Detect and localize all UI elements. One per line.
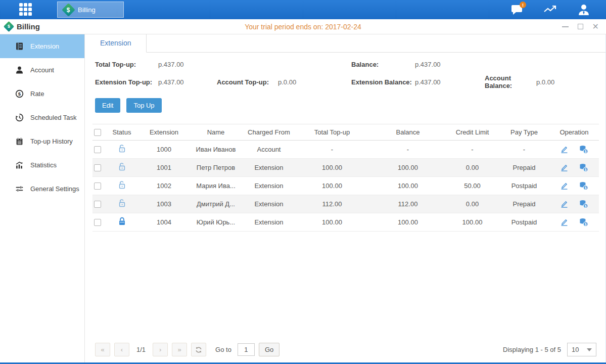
messages-icon[interactable]: ! (510, 3, 524, 17)
billing-app-icon: $ (4, 21, 14, 32)
edit-button[interactable]: Edit (95, 98, 120, 113)
pay-type-cell: - (499, 141, 549, 159)
top-up-row-button[interactable]: $ (579, 163, 588, 172)
taskbar-item-billing[interactable]: $ Billing (57, 2, 124, 18)
row-checkbox[interactable] (94, 201, 101, 208)
row-checkbox[interactable] (94, 164, 101, 171)
desktop-topbar: $ Billing ! (0, 0, 606, 19)
table-row[interactable]: 1004Юрий Юрь...Extension100.00100.00100.… (92, 213, 599, 232)
refresh-button[interactable] (191, 343, 206, 356)
extension-cell: 1000 (140, 141, 188, 159)
pay-type-cell: Postpaid (499, 177, 549, 195)
user-account-icon[interactable] (577, 3, 591, 17)
top-up-row-button[interactable]: $ (579, 218, 588, 226)
tab-extension[interactable]: Extension (85, 34, 147, 53)
notification-badge: ! (520, 2, 526, 8)
svg-text:$: $ (585, 168, 587, 172)
balance-label: Balance: (351, 61, 415, 68)
name-cell: Мария Ива... (188, 177, 244, 195)
lock-open-icon (118, 199, 126, 208)
sidebar-item-label: Scheduled Task (30, 114, 77, 121)
operation-cell: $ (549, 141, 599, 158)
row-checkbox[interactable] (94, 219, 101, 226)
balance-value: p.437.00 (415, 61, 485, 68)
top-up-button[interactable]: Top Up (126, 98, 161, 113)
extension-cell: 1004 (140, 213, 188, 232)
edit-row-button[interactable] (560, 145, 569, 154)
sidebar-item-statistics[interactable]: Statistics (0, 153, 84, 177)
refresh-icon (195, 346, 202, 353)
extension-topup-value: p.437.00 (158, 78, 217, 86)
sidebar-item-label: Statistics (30, 161, 57, 169)
sidebar-item-extension[interactable]: Extension (0, 34, 84, 58)
table-row[interactable]: 1003Дмитрий Д...Extension112.00112.000.0… (92, 195, 599, 213)
trial-notice: Your trial period ends on: 2017-02-24 (0, 23, 606, 31)
goto-label: Go to (215, 346, 231, 353)
status-cell (104, 177, 140, 195)
go-button[interactable]: Go (259, 343, 279, 356)
credit-limit-cell: 0.00 (446, 159, 499, 177)
account-topup-value: p.0.00 (278, 78, 351, 86)
account-balance-value: p.0.00 (536, 78, 605, 86)
name-cell: Юрий Юрь... (188, 213, 244, 232)
extension-cell: 1002 (140, 177, 188, 195)
sidebar-item-scheduled-task[interactable]: Scheduled Task (0, 106, 84, 129)
app-launcher-grid-icon[interactable] (19, 3, 34, 16)
credit-limit-cell: - (446, 141, 499, 159)
col-charged-from: Charged From (244, 124, 294, 141)
close-icon[interactable]: ✕ (592, 23, 599, 31)
sidebar-item-label: Extension (30, 42, 59, 50)
prev-page-button[interactable]: ‹ (114, 343, 129, 356)
credit-limit-cell: 0.00 (446, 195, 499, 213)
status-cell (104, 195, 140, 213)
window-titlebar: $ Billing Your trial period ends on: 201… (0, 19, 606, 34)
credit-limit-cell: 50.00 (446, 177, 499, 195)
edit-row-button[interactable] (560, 200, 569, 208)
sidebar-item-label: Top-up History (30, 138, 73, 145)
first-page-button[interactable]: « (95, 343, 110, 356)
status-cell (104, 213, 140, 232)
operation-cell: $ (549, 177, 599, 195)
goto-page-input[interactable] (238, 343, 255, 356)
row-checkbox[interactable] (94, 146, 101, 153)
table-row[interactable]: 1002Мария Ива...Extension100.00100.0050.… (92, 177, 599, 195)
sliders-icon (15, 185, 24, 193)
top-up-row-button[interactable]: $ (579, 181, 588, 190)
last-page-button[interactable]: » (172, 343, 187, 356)
charged-from-cell: Account (244, 141, 294, 159)
minimize-icon[interactable] (562, 26, 569, 27)
operation-cell: $ (549, 195, 599, 213)
edit-row-button[interactable] (560, 181, 569, 190)
row-checkbox[interactable] (94, 183, 101, 190)
lock-open-icon (118, 180, 126, 190)
account-topup-label: Account Top-up: (217, 78, 278, 86)
balance-cell: 100.00 (370, 177, 446, 195)
top-up-row-button[interactable]: $ (579, 145, 588, 154)
sidebar-item-account[interactable]: Account (0, 58, 84, 82)
pay-type-cell: Prepaid (499, 159, 549, 177)
name-cell: Иван Иванов (188, 141, 244, 159)
table-row[interactable]: 1001Петр ПетровExtension100.00100.000.00… (92, 159, 599, 177)
table-row[interactable]: 1000Иван ИвановAccount----$ (92, 141, 599, 159)
maximize-icon[interactable] (578, 24, 583, 29)
page-size-select[interactable]: 10 (567, 343, 596, 356)
page-indicator: 1/1 (136, 346, 146, 353)
top-up-row-button[interactable]: $ (579, 200, 588, 208)
select-all-checkbox[interactable] (94, 129, 101, 136)
edit-row-button[interactable] (560, 163, 569, 172)
clock-history-icon (15, 113, 24, 122)
resource-monitor-icon[interactable] (543, 3, 557, 17)
page-size-value: 10 (572, 346, 579, 353)
next-page-button[interactable]: › (153, 343, 168, 356)
charged-from-cell: Extension (244, 159, 294, 177)
tabstrip: Extension (85, 34, 605, 53)
edit-row-button[interactable] (560, 218, 569, 226)
sidebar-item-general-settings[interactable]: General Settings (0, 177, 84, 201)
status-cell (104, 141, 140, 159)
sidebar-item-rate[interactable]: $ Rate (0, 82, 84, 106)
operation-cell: $ (549, 213, 599, 231)
sidebar-item-topup-history[interactable]: Top-up History (0, 129, 84, 153)
status-cell (104, 159, 140, 177)
pay-type-cell: Prepaid (499, 195, 549, 213)
name-cell: Петр Петров (188, 159, 244, 177)
